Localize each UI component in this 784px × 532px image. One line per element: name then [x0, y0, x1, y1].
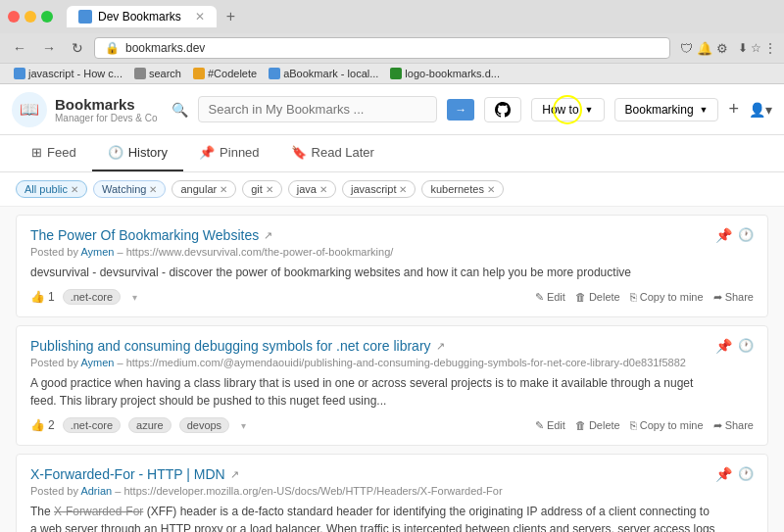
bookmark-author[interactable]: Aymen [80, 246, 114, 258]
maximize-button[interactable] [41, 11, 53, 23]
pin-icon[interactable]: 📌 [715, 466, 732, 482]
bookmark-footer: 👍 1 .net-core ▾ ✎ Edit 🗑 Delete ⎘ Copy t… [30, 289, 754, 305]
star-icon[interactable]: ☆ [751, 41, 761, 55]
bookmarks-bar-item[interactable]: logo-bookmarks.d... [384, 66, 506, 81]
tab-history[interactable]: 🕐 History [92, 135, 183, 171]
edit-button[interactable]: ✎ Edit [535, 291, 565, 304]
tag-expand[interactable]: ▾ [132, 292, 137, 303]
share-button[interactable]: ➦ Share [713, 291, 754, 304]
tag-azure[interactable]: azure [128, 417, 172, 433]
delete-button[interactable]: 🗑 Delete [575, 419, 620, 431]
tab-pinned[interactable]: 📌 Pinned [183, 135, 274, 171]
bookmark-title: X-Forwarded-For - HTTP | MDN ↗ [30, 466, 715, 482]
filter-remove-icon[interactable]: ✕ [149, 184, 157, 195]
settings-icon[interactable]: ⚙ [716, 41, 728, 56]
minimize-button[interactable] [24, 11, 36, 23]
bookmarks-bar-item[interactable]: search [128, 66, 187, 81]
copy-to-mine-button[interactable]: ⎘ Copy to mine [630, 291, 704, 303]
filter-javascript-label: javascript [351, 183, 396, 195]
add-button[interactable]: + [728, 99, 739, 120]
filter-all-public-label: All public [24, 183, 68, 195]
menu-icon[interactable]: ⋮ [764, 41, 776, 55]
new-tab-button[interactable]: + [226, 8, 235, 25]
filter-remove-icon[interactable]: ✕ [319, 184, 327, 195]
thumbs-up-icon[interactable]: 👍 [30, 290, 45, 304]
tab-title: Dev Bookmarks [98, 10, 181, 24]
feed-icon: ⊞ [31, 145, 42, 160]
external-link-icon: ↗ [436, 340, 445, 353]
howto-button[interactable]: How to [531, 98, 604, 121]
reload-button[interactable]: ↻ [67, 38, 88, 58]
history-icon: 🕐 [108, 145, 123, 160]
bookmark-author[interactable]: Aymen [80, 357, 114, 368]
search-submit-button[interactable]: → [447, 99, 474, 121]
back-button[interactable]: ← [8, 38, 31, 58]
delete-button[interactable]: 🗑 Delete [575, 291, 620, 303]
download-icon[interactable]: ⬇ [738, 41, 748, 55]
like-count: 👍 1 [30, 290, 55, 304]
filter-remove-icon[interactable]: ✕ [266, 184, 273, 195]
tag-expand[interactable]: ▾ [241, 420, 246, 431]
bookmarks-bar-item[interactable]: #Codelete [187, 66, 263, 81]
tag-devops[interactable]: devops [179, 417, 229, 433]
filter-remove-icon[interactable]: ✕ [220, 184, 227, 195]
filter-remove-icon[interactable]: ✕ [487, 184, 495, 195]
filter-watching-label: Watching [102, 183, 146, 195]
edit-button[interactable]: ✎ Edit [535, 419, 565, 432]
pin-icon[interactable]: 📌 [715, 338, 732, 354]
bookmarking-button[interactable]: Bookmarking [614, 98, 719, 121]
filter-kubernetes[interactable]: kubernetes ✕ [421, 180, 503, 198]
filter-angular[interactable]: angular ✕ [172, 180, 236, 198]
tab-feed[interactable]: ⊞ Feed [16, 135, 92, 171]
filter-javascript[interactable]: javascript ✕ [342, 180, 416, 198]
bookmarks-bar-item[interactable]: javascript - How c... [8, 66, 128, 81]
tab-feed-label: Feed [47, 145, 76, 160]
filter-remove-icon[interactable]: ✕ [71, 184, 78, 195]
filter-git[interactable]: git ✕ [242, 180, 282, 198]
shield-icon[interactable]: 🛡 [680, 41, 693, 56]
read-later-icon[interactable]: 🕐 [738, 338, 754, 354]
browser-tab[interactable]: Dev Bookmarks ✕ [67, 6, 217, 27]
share-button[interactable]: ➦ Share [713, 419, 754, 432]
filter-java[interactable]: java ✕ [288, 180, 336, 198]
user-menu-button[interactable]: 👤▾ [749, 102, 772, 118]
read-later-icon[interactable]: 🕐 [738, 227, 754, 243]
close-button[interactable] [8, 11, 20, 23]
bookmark-author[interactable]: Adrian [80, 485, 112, 497]
tab-read-later[interactable]: 🔖 Read Later [275, 135, 390, 171]
bookmark-link[interactable]: The Power Of Bookmarking Websites [30, 227, 259, 243]
forward-button[interactable]: → [37, 38, 61, 58]
filter-watching[interactable]: Watching ✕ [93, 180, 166, 198]
bookmark-link[interactable]: X-Forwarded-For - HTTP | MDN [30, 466, 225, 482]
notification-icon[interactable]: 🔔 [697, 41, 712, 56]
filter-git-label: git [251, 183, 263, 195]
app-title: Bookmarks [55, 96, 158, 113]
filter-all-public[interactable]: All public ✕ [16, 180, 87, 198]
app-logo: 📖 Bookmarks Manager for Devs & Co [12, 92, 158, 127]
tab-history-label: History [128, 145, 168, 160]
bookmarks-bar-item[interactable]: aBookmark - local... [263, 66, 384, 81]
bookmark-actions: ✎ Edit 🗑 Delete ⎘ Copy to mine ➦ Share [535, 291, 754, 304]
bookmarks-bar-label: #Codelete [208, 68, 257, 79]
search-icon[interactable]: 🔍 [172, 102, 188, 118]
bookmarks-bar-label: aBookmark - local... [283, 68, 378, 79]
bookmark-title: Publishing and consuming debugging symbo… [30, 338, 715, 354]
read-later-icon[interactable]: 🕐 [738, 466, 754, 482]
app-subtitle: Manager for Devs & Co [55, 113, 158, 123]
thumbs-up-icon[interactable]: 👍 [30, 418, 45, 432]
bookmark-link[interactable]: Publishing and consuming debugging symbo… [30, 338, 431, 354]
tag-net-core[interactable]: .net-core [63, 417, 121, 433]
howto-wrapper: How to [531, 98, 604, 121]
like-count: 👍 2 [30, 418, 55, 432]
github-button[interactable] [484, 97, 521, 122]
pin-icon[interactable]: 📌 [715, 227, 732, 243]
search-input[interactable] [198, 96, 438, 122]
filter-java-label: java [297, 183, 317, 195]
bookmark-card: X-Forwarded-For - HTTP | MDN ↗ Posted by… [16, 454, 768, 532]
copy-to-mine-button[interactable]: ⎘ Copy to mine [630, 419, 704, 431]
card-actions-right: 📌 🕐 [715, 338, 754, 354]
address-bar[interactable]: 🔒 bookmarks.dev [94, 37, 670, 59]
tag-net-core[interactable]: .net-core [63, 289, 121, 305]
filter-remove-icon[interactable]: ✕ [399, 184, 407, 195]
tab-close-button[interactable]: ✕ [195, 10, 205, 24]
